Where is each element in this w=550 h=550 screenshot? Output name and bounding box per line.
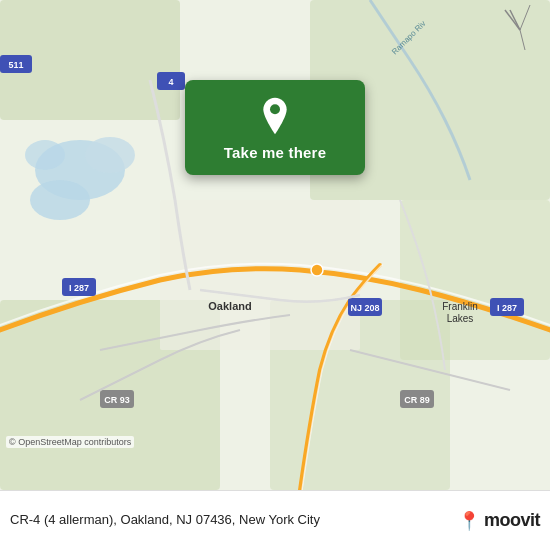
svg-text:CR 89: CR 89: [404, 395, 430, 405]
svg-point-2: [30, 180, 90, 220]
map-container: I 287 4 511 NJ 208 I 287 CR 93 CR 89 Ram…: [0, 0, 550, 490]
map-attribution: © OpenStreetMap contributors: [6, 436, 134, 448]
svg-text:511: 511: [8, 60, 23, 70]
location-info: CR-4 (4 allerman), Oakland, NJ 07436, Ne…: [10, 512, 458, 529]
location-card[interactable]: Take me there: [185, 80, 365, 175]
svg-point-3: [85, 137, 135, 173]
svg-point-33: [311, 264, 323, 276]
bottom-bar: CR-4 (4 allerman), Oakland, NJ 07436, Ne…: [0, 490, 550, 550]
svg-text:I 287: I 287: [69, 283, 89, 293]
svg-point-4: [25, 140, 65, 170]
svg-text:I 287: I 287: [497, 303, 517, 313]
take-me-there-label: Take me there: [224, 144, 326, 161]
svg-rect-9: [400, 200, 550, 360]
svg-text:Franklin: Franklin: [442, 301, 478, 312]
svg-text:Lakes: Lakes: [447, 313, 474, 324]
moovit-pin-icon: 📍: [458, 510, 480, 532]
svg-text:CR 93: CR 93: [104, 395, 130, 405]
location-text: CR-4 (4 allerman), Oakland, NJ 07436, Ne…: [10, 512, 320, 529]
location-pin-icon: [255, 96, 295, 136]
moovit-logo: 📍 moovit: [458, 510, 540, 532]
svg-text:4: 4: [168, 77, 173, 87]
svg-point-34: [270, 104, 280, 114]
svg-text:Oakland: Oakland: [208, 300, 251, 312]
moovit-brand-text: moovit: [484, 510, 540, 531]
svg-text:NJ 208: NJ 208: [350, 303, 379, 313]
